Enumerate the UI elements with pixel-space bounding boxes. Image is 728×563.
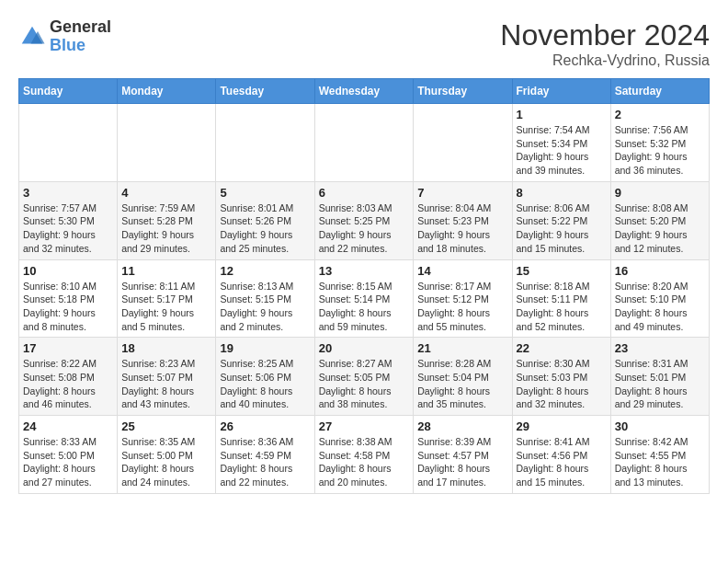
calendar-cell: 8Sunrise: 8:06 AM Sunset: 5:22 PM Daylig… — [512, 181, 610, 259]
day-info: Sunrise: 8:18 AM Sunset: 5:11 PM Dayligh… — [517, 280, 607, 334]
calendar-cell — [414, 104, 512, 182]
calendar-cell: 30Sunrise: 8:42 AM Sunset: 4:55 PM Dayli… — [610, 416, 709, 494]
day-info: Sunrise: 8:39 AM Sunset: 4:57 PM Dayligh… — [417, 435, 507, 489]
calendar-cell: 11Sunrise: 8:11 AM Sunset: 5:17 PM Dayli… — [118, 259, 216, 338]
day-number: 22 — [517, 341, 607, 355]
day-number: 7 — [417, 186, 507, 200]
week-row-5: 24Sunrise: 8:33 AM Sunset: 5:00 PM Dayli… — [19, 416, 710, 494]
calendar-cell: 5Sunrise: 8:01 AM Sunset: 5:26 PM Daylig… — [216, 181, 314, 259]
day-number: 24 — [23, 419, 113, 433]
weekday-header-monday: Monday — [118, 79, 216, 104]
day-info: Sunrise: 8:01 AM Sunset: 5:26 PM Dayligh… — [220, 201, 310, 256]
weekday-header-row: SundayMondayTuesdayWednesdayThursdayFrid… — [19, 79, 710, 104]
calendar-cell: 21Sunrise: 8:28 AM Sunset: 5:04 PM Dayli… — [414, 338, 512, 416]
day-number: 29 — [517, 419, 607, 433]
day-number: 15 — [517, 264, 607, 278]
day-number: 20 — [319, 341, 410, 355]
calendar-cell: 14Sunrise: 8:17 AM Sunset: 5:12 PM Dayli… — [414, 259, 512, 338]
week-row-4: 17Sunrise: 8:22 AM Sunset: 5:08 PM Dayli… — [19, 338, 710, 416]
day-info: Sunrise: 8:22 AM Sunset: 5:08 PM Dayligh… — [23, 357, 113, 411]
day-number: 3 — [23, 186, 113, 200]
day-number: 23 — [615, 341, 705, 355]
day-info: Sunrise: 8:10 AM Sunset: 5:18 PM Dayligh… — [23, 280, 113, 334]
day-number: 25 — [121, 419, 211, 433]
day-info: Sunrise: 8:42 AM Sunset: 4:55 PM Dayligh… — [615, 435, 705, 489]
page-header: General Blue November 2024 Rechka-Vydrin… — [18, 18, 710, 69]
week-row-2: 3Sunrise: 7:57 AM Sunset: 5:30 PM Daylig… — [19, 181, 710, 259]
day-number: 10 — [23, 264, 113, 278]
calendar-cell: 28Sunrise: 8:39 AM Sunset: 4:57 PM Dayli… — [414, 416, 512, 494]
weekday-header-friday: Friday — [512, 79, 610, 104]
day-number: 4 — [121, 186, 211, 200]
day-info: Sunrise: 7:54 AM Sunset: 5:34 PM Dayligh… — [517, 123, 607, 178]
day-info: Sunrise: 8:23 AM Sunset: 5:07 PM Dayligh… — [121, 357, 211, 411]
weekday-header-thursday: Thursday — [414, 79, 512, 104]
weekday-header-wednesday: Wednesday — [314, 79, 414, 104]
day-info: Sunrise: 8:35 AM Sunset: 5:00 PM Dayligh… — [121, 435, 211, 489]
day-info: Sunrise: 8:15 AM Sunset: 5:14 PM Dayligh… — [319, 280, 410, 334]
calendar-cell: 19Sunrise: 8:25 AM Sunset: 5:06 PM Dayli… — [216, 338, 314, 416]
logo-blue-text: Blue — [50, 36, 85, 54]
day-info: Sunrise: 8:03 AM Sunset: 5:25 PM Dayligh… — [319, 201, 410, 256]
day-info: Sunrise: 8:36 AM Sunset: 4:59 PM Dayligh… — [220, 435, 310, 489]
day-info: Sunrise: 7:57 AM Sunset: 5:30 PM Dayligh… — [23, 201, 113, 256]
day-info: Sunrise: 7:56 AM Sunset: 5:32 PM Dayligh… — [615, 123, 705, 178]
day-number: 17 — [23, 341, 113, 355]
week-row-1: 1Sunrise: 7:54 AM Sunset: 5:34 PM Daylig… — [19, 104, 710, 182]
calendar-cell: 3Sunrise: 7:57 AM Sunset: 5:30 PM Daylig… — [19, 181, 118, 259]
calendar-cell — [216, 104, 314, 182]
day-number: 12 — [220, 264, 310, 278]
calendar-cell — [19, 104, 118, 182]
day-info: Sunrise: 8:06 AM Sunset: 5:22 PM Dayligh… — [517, 201, 607, 256]
day-info: Sunrise: 8:27 AM Sunset: 5:05 PM Dayligh… — [319, 357, 410, 411]
calendar-cell: 22Sunrise: 8:30 AM Sunset: 5:03 PM Dayli… — [512, 338, 610, 416]
weekday-header-saturday: Saturday — [610, 79, 709, 104]
calendar-cell: 17Sunrise: 8:22 AM Sunset: 5:08 PM Dayli… — [19, 338, 118, 416]
calendar-cell: 23Sunrise: 8:31 AM Sunset: 5:01 PM Dayli… — [610, 338, 709, 416]
day-info: Sunrise: 8:04 AM Sunset: 5:23 PM Dayligh… — [417, 201, 507, 256]
day-number: 30 — [615, 419, 705, 433]
day-info: Sunrise: 8:08 AM Sunset: 5:20 PM Dayligh… — [615, 201, 705, 256]
calendar-cell: 25Sunrise: 8:35 AM Sunset: 5:00 PM Dayli… — [118, 416, 216, 494]
day-number: 26 — [220, 419, 310, 433]
day-number: 13 — [319, 264, 410, 278]
day-number: 27 — [319, 419, 410, 433]
logo: General Blue — [18, 18, 111, 55]
day-number: 1 — [517, 108, 607, 121]
day-number: 16 — [615, 264, 705, 278]
location-title: Rechka-Vydrino, Russia — [500, 52, 710, 69]
calendar-cell: 2Sunrise: 7:56 AM Sunset: 5:32 PM Daylig… — [610, 104, 709, 182]
day-info: Sunrise: 8:31 AM Sunset: 5:01 PM Dayligh… — [615, 357, 705, 411]
logo-icon — [18, 23, 46, 51]
calendar-cell: 20Sunrise: 8:27 AM Sunset: 5:05 PM Dayli… — [314, 338, 414, 416]
logo-general-text: General — [50, 17, 111, 36]
day-info: Sunrise: 8:17 AM Sunset: 5:12 PM Dayligh… — [417, 280, 507, 334]
weekday-header-tuesday: Tuesday — [216, 79, 314, 104]
day-info: Sunrise: 7:59 AM Sunset: 5:28 PM Dayligh… — [121, 201, 211, 256]
calendar-cell — [118, 104, 216, 182]
calendar-cell: 16Sunrise: 8:20 AM Sunset: 5:10 PM Dayli… — [610, 259, 709, 338]
day-number: 14 — [417, 264, 507, 278]
calendar-cell: 12Sunrise: 8:13 AM Sunset: 5:15 PM Dayli… — [216, 259, 314, 338]
day-info: Sunrise: 8:33 AM Sunset: 5:00 PM Dayligh… — [23, 435, 113, 489]
calendar-cell: 27Sunrise: 8:38 AM Sunset: 4:58 PM Dayli… — [314, 416, 414, 494]
day-number: 11 — [121, 264, 211, 278]
calendar-table: SundayMondayTuesdayWednesdayThursdayFrid… — [18, 78, 710, 494]
day-number: 9 — [615, 186, 705, 200]
day-number: 21 — [417, 341, 507, 355]
weekday-header-sunday: Sunday — [19, 79, 118, 104]
day-info: Sunrise: 8:38 AM Sunset: 4:58 PM Dayligh… — [319, 435, 410, 489]
calendar-cell: 15Sunrise: 8:18 AM Sunset: 5:11 PM Dayli… — [512, 259, 610, 338]
day-number: 28 — [417, 419, 507, 433]
day-info: Sunrise: 8:20 AM Sunset: 5:10 PM Dayligh… — [615, 280, 705, 334]
day-number: 19 — [220, 341, 310, 355]
day-info: Sunrise: 8:11 AM Sunset: 5:17 PM Dayligh… — [121, 280, 211, 334]
day-number: 5 — [220, 186, 310, 200]
day-info: Sunrise: 8:13 AM Sunset: 5:15 PM Dayligh… — [220, 280, 310, 334]
calendar-cell — [314, 104, 414, 182]
calendar-cell: 4Sunrise: 7:59 AM Sunset: 5:28 PM Daylig… — [118, 181, 216, 259]
calendar-cell: 29Sunrise: 8:41 AM Sunset: 4:56 PM Dayli… — [512, 416, 610, 494]
day-number: 18 — [121, 341, 211, 355]
month-title: November 2024 — [500, 18, 710, 52]
week-row-3: 10Sunrise: 8:10 AM Sunset: 5:18 PM Dayli… — [19, 259, 710, 338]
